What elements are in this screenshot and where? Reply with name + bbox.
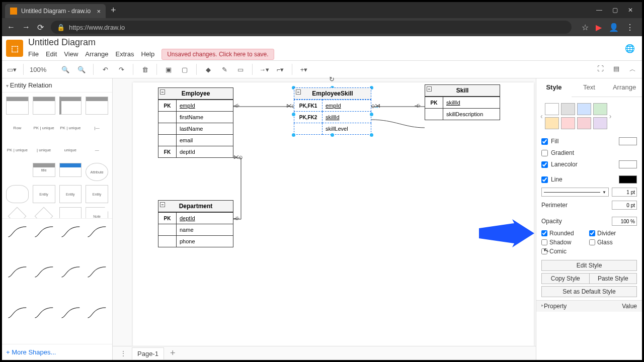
extension-icon[interactable]: ▶	[596, 23, 602, 32]
paste-style-button[interactable]: Paste Style	[589, 273, 637, 284]
format-panel-toggle[interactable]: ▤	[611, 65, 622, 74]
shape-pk-unique-2[interactable]: PK | unique	[59, 119, 82, 137]
line-width-input[interactable]	[612, 188, 637, 197]
view-dropdown[interactable]: ▭▾	[6, 66, 17, 73]
connection-button[interactable]: →▾	[259, 66, 270, 73]
fill-color-chip[interactable]	[619, 137, 637, 145]
undo-button[interactable]: ↶	[100, 66, 111, 73]
rounded-checkbox[interactable]	[541, 230, 547, 236]
forward-button[interactable]: →	[22, 23, 30, 32]
shape-table-2[interactable]	[33, 97, 55, 115]
browser-menu-icon[interactable]: ⋮	[626, 23, 634, 32]
color-swatch[interactable]	[577, 103, 591, 115]
shape-entity-1[interactable]: Entity	[33, 185, 55, 203]
color-swatch[interactable]	[561, 117, 575, 129]
tab-arrange[interactable]: Arrange	[607, 78, 642, 97]
shadow-button[interactable]: ▭	[235, 66, 246, 73]
menu-extras[interactable]: Extras	[116, 50, 134, 58]
shape-connector-7[interactable]	[59, 263, 82, 281]
entity-employee[interactable]: −Employee PKempIdfirstNamelastNameemailF…	[158, 87, 233, 158]
profile-avatar[interactable]: 👤	[609, 23, 619, 32]
gradient-checkbox[interactable]	[541, 150, 548, 156]
color-swatch[interactable]	[593, 117, 607, 129]
bookmark-star-icon[interactable]: ☆	[582, 23, 589, 32]
lanecolor-chip[interactable]	[619, 160, 637, 168]
shape-pk-unique[interactable]: PK | unique	[33, 119, 55, 137]
swatch-prev[interactable]: ‹	[540, 112, 543, 120]
perimeter-input[interactable]	[612, 201, 637, 210]
color-swatch[interactable]	[593, 103, 607, 115]
delete-button[interactable]: 🗑	[139, 66, 150, 73]
zoom-level[interactable]: 100%	[30, 66, 55, 73]
copy-style-button[interactable]: Copy Style	[541, 273, 589, 284]
canvas[interactable]: ⊣⊦ ⋉○ ○⋊ ⊣⊦ ⋉○ ⊣⊦ −Employee PKempIdfirst…	[113, 78, 536, 360]
shape-pk-unique-3[interactable]: PK | unique	[6, 141, 29, 159]
shape-connector-4[interactable]	[86, 223, 108, 241]
shape-table-4[interactable]	[86, 97, 108, 115]
collapse-icon[interactable]: −	[427, 86, 432, 92]
fill-color-button[interactable]: ◆	[203, 66, 214, 73]
redo-button[interactable]: ↷	[116, 66, 127, 73]
shape-connector-6[interactable]	[33, 263, 55, 281]
reload-button[interactable]: ⟳	[37, 23, 44, 32]
shape-diamond-2[interactable]	[35, 207, 53, 218]
opacity-input[interactable]	[612, 217, 637, 226]
globe-icon[interactable]: 🌐	[625, 44, 635, 53]
line-color-button[interactable]: ✎	[219, 66, 230, 73]
line-style-dropdown[interactable]	[541, 188, 609, 197]
shape-table-1[interactable]	[6, 97, 29, 115]
shape-empty[interactable]	[6, 163, 29, 181]
color-swatch[interactable]	[545, 103, 559, 115]
shape-box[interactable]	[59, 207, 82, 218]
tab-text[interactable]: Text	[572, 78, 607, 97]
comic-checkbox[interactable]	[541, 248, 547, 254]
add-page-button[interactable]: +	[170, 348, 176, 358]
shape-connector-11[interactable]	[59, 304, 82, 322]
color-swatch[interactable]	[545, 117, 559, 129]
url-field[interactable]: 🔒 https://www.draw.io	[51, 21, 572, 34]
entity-department[interactable]: −Department PKdeptIdnamephone	[158, 200, 233, 247]
menu-file[interactable]: File	[28, 50, 39, 58]
divider-checkbox[interactable]	[589, 230, 595, 236]
back-button[interactable]: ←	[7, 23, 15, 32]
unsaved-warning[interactable]: Unsaved changes. Click here to save.	[162, 49, 274, 60]
shape-entity-2[interactable]: Entity	[59, 185, 82, 203]
shape-connector-9[interactable]	[6, 304, 29, 322]
glass-checkbox[interactable]	[589, 239, 595, 245]
shadow-checkbox[interactable]	[541, 239, 547, 245]
collapse-icon[interactable]: −	[160, 202, 165, 207]
page-tab-1[interactable]: Page-1	[132, 347, 164, 359]
document-title[interactable]: Untitled Diagram	[28, 37, 274, 48]
shape-connector-12[interactable]	[86, 304, 108, 322]
collapse-icon[interactable]: −	[160, 89, 165, 95]
shape-table-3[interactable]	[59, 97, 82, 115]
shape-line[interactable]: —	[86, 141, 108, 159]
to-back-button[interactable]: ▢	[179, 66, 190, 73]
zoom-in-icon[interactable]: 🔍	[60, 66, 71, 73]
shape-separator[interactable]: |—	[86, 119, 108, 137]
edit-style-button[interactable]: Edit Style	[541, 260, 637, 271]
shape-connector-5[interactable]	[6, 263, 29, 281]
tab-style[interactable]: Style	[536, 78, 572, 97]
shape-connector-10[interactable]	[33, 304, 55, 322]
add-button[interactable]: +▾	[298, 66, 309, 73]
shape-attribute-ellipse[interactable]: Attribute	[86, 163, 108, 181]
shape-diamond-1[interactable]	[8, 207, 27, 218]
minimize-button[interactable]: —	[596, 7, 602, 14]
color-swatch[interactable]	[561, 103, 575, 115]
zoom-out-icon[interactable]: 🔍	[76, 66, 87, 73]
menu-edit[interactable]: Edit	[46, 50, 57, 58]
maximize-button[interactable]: ▢	[612, 7, 618, 14]
color-swatch[interactable]	[577, 117, 591, 129]
line-color-chip[interactable]	[619, 175, 637, 184]
entity-employee-skill[interactable]: ↻ → ◆ −EmployeeSkill PK,FK1empIdPK,FK2sk…	[294, 87, 371, 135]
browser-tab[interactable]: Untitled Diagram - draw.io ×	[5, 4, 106, 18]
menu-help[interactable]: Help	[141, 50, 154, 58]
shape-title[interactable]: title	[33, 163, 55, 177]
shape-connector-2[interactable]	[33, 223, 55, 241]
shape-title-blue[interactable]	[59, 163, 82, 177]
shape-vbar[interactable]: | unique	[33, 141, 55, 159]
menu-arrange[interactable]: Arrange	[85, 50, 108, 58]
swatch-next[interactable]: ›	[609, 112, 612, 120]
set-default-style-button[interactable]: Set as Default Style	[541, 286, 637, 297]
